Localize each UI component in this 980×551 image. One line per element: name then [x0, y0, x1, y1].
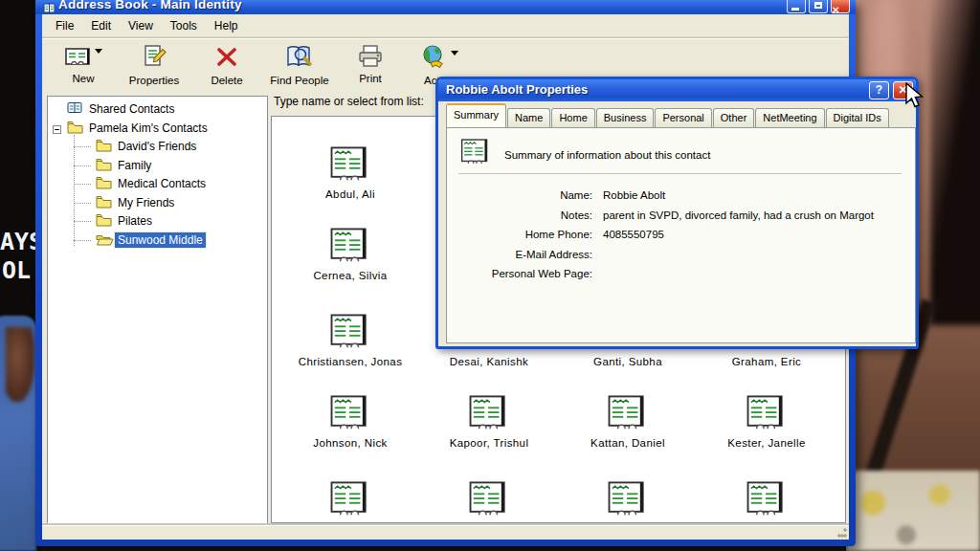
dialog-help-button[interactable]: ? [869, 81, 889, 99]
dropdown-arrow-icon[interactable] [95, 49, 102, 57]
menu-item-tools[interactable]: Tools [162, 17, 206, 34]
tree-item-label: David's Friends [115, 139, 199, 154]
maximize-button[interactable] [809, 0, 828, 13]
tab-netmeeting[interactable]: NetMeeting [755, 108, 824, 127]
tree-guide-line [74, 203, 91, 204]
window-titlebar[interactable]: Address Book - Main Identity ✕ [35, 0, 856, 14]
tab-home[interactable]: Home [551, 108, 594, 127]
toolbar-button-new[interactable]: New [56, 41, 111, 90]
folder-icon [96, 158, 112, 174]
close-icon: ✕ [832, 5, 839, 14]
contact-name-label: Christiansen, Jonas [278, 356, 422, 367]
background-fabric [846, 471, 980, 551]
tree-guide-line [74, 240, 91, 241]
action-icon [420, 44, 458, 71]
summary-divider [458, 173, 902, 174]
tab-personal[interactable]: Personal [655, 108, 711, 127]
contact-name-label: Ganti, Subha [556, 356, 700, 367]
address-book-app-icon [43, 1, 56, 14]
minimize-icon [791, 8, 799, 11]
tab-business[interactable]: Business [596, 108, 655, 127]
contact-properties-dialog: Robbie Abolt Properties ? ✕ SummaryNameH… [435, 77, 919, 349]
field-label: E-Mail Address: [447, 249, 592, 268]
field-value [592, 268, 603, 287]
field-row-name: Name:Robbie Abolt [447, 189, 911, 209]
dialog-title: Robbie Abolt Properties [446, 82, 588, 97]
dialog-close-button[interactable]: ✕ [893, 81, 913, 99]
contact-name-label: Kapoor, Trishul [417, 437, 561, 449]
contact-card-icon [330, 228, 370, 268]
background-text-line2: OL [2, 256, 31, 285]
field-row-personal-web-page: Personal Web Page: [447, 268, 911, 287]
contact-card-icon [469, 395, 509, 435]
find-people-icon [284, 44, 315, 71]
contact-name-label: Graham, Eric [695, 356, 838, 367]
tree-expander-minus-icon[interactable] [53, 123, 61, 137]
toolbar-button-label: Delete [198, 75, 256, 86]
contact-name-label: Cernea, Silvia [278, 270, 422, 281]
toolbar-button-label: Find People [257, 75, 342, 86]
tree-item-shared-contacts[interactable]: Shared Contacts [48, 100, 258, 118]
tree-item-pamela-kim-s-contacts[interactable]: Pamela Kim's Contacts [48, 120, 258, 137]
address-book-icon [67, 101, 82, 117]
tree-item-label: Shared Contacts [86, 101, 177, 117]
status-bar [42, 525, 849, 540]
background-hand [6, 327, 34, 402]
menu-bar: FileEditViewToolsHelp [42, 14, 849, 37]
contact-card-icon [330, 146, 370, 187]
contact-name-label: Johnson, Nick [278, 437, 422, 449]
tab-digital-ids[interactable]: Digital IDs [826, 108, 889, 127]
summary-caption: Summary of information about this contac… [504, 149, 710, 161]
folder-icon [96, 195, 112, 211]
tree-item-label: Medical Contacts [115, 176, 209, 191]
menu-item-edit[interactable]: Edit [82, 17, 120, 34]
tree-item-label: My Friends [115, 195, 177, 210]
field-row-notes: Notes:parent in SVPD, divorced family, h… [447, 209, 911, 229]
toolbar-button-delete[interactable]: Delete [197, 41, 256, 90]
field-value: Robbie Abolt [592, 189, 665, 209]
contact-name-label: Kattan, Daniel [556, 437, 700, 449]
tree-item-label: Pilates [115, 213, 155, 229]
folders-tree-panel: Shared ContactsPamela Kim's ContactsDavi… [47, 96, 268, 525]
print-icon [356, 44, 385, 71]
summary-tab-page: Summary of information about this contac… [446, 127, 916, 343]
background-hair [930, 0, 980, 325]
toolbar-button-find-people[interactable]: Find People [256, 41, 343, 90]
tab-summary[interactable]: Summary [446, 103, 506, 127]
folder-icon [96, 176, 112, 192]
new-contact-icon [64, 44, 102, 71]
menu-item-file[interactable]: File [47, 17, 82, 34]
contact-name-label: Desai, Kanishk [417, 356, 561, 367]
dialog-tab-strip: SummaryNameHomeBusinessPersonalOtherNetM… [446, 107, 890, 127]
contact-card-icon [460, 139, 491, 169]
minimize-button[interactable] [787, 0, 806, 13]
field-row-e-mail-address: E-Mail Address: [447, 249, 911, 268]
toolbar-button-label: Properties [112, 75, 196, 86]
menu-item-view[interactable]: View [120, 17, 162, 34]
tree-item-label: Sunwood Middle [115, 232, 206, 248]
contact-card-icon [469, 481, 509, 521]
field-value: parent in SVPD, divorced family, had a c… [592, 209, 874, 229]
tree-guide-line [74, 146, 91, 147]
tab-name[interactable]: Name [507, 108, 550, 127]
menu-item-help[interactable]: Help [206, 17, 247, 34]
folder-icon [67, 121, 83, 137]
folder-icon [96, 139, 112, 155]
tree-guide-line [74, 221, 91, 222]
dropdown-arrow-icon[interactable] [451, 51, 458, 59]
close-button[interactable]: ✕ [831, 0, 850, 13]
dialog-titlebar[interactable]: Robbie Abolt Properties ? ✕ [438, 79, 916, 101]
toolbar-button-print[interactable]: Print [343, 41, 398, 90]
toolbar-button-properties[interactable]: Properties [111, 41, 197, 90]
toolbar-button-label: Print [344, 73, 397, 84]
window-title: Address Book - Main Identity [58, 0, 242, 11]
tree-guide-line [74, 165, 91, 166]
folder-icon [96, 213, 112, 230]
field-row-home-phone: Home Phone:4085550795 [447, 229, 911, 248]
folder-open-icon [96, 232, 114, 249]
contact-card-icon [608, 395, 648, 435]
tab-other[interactable]: Other [713, 108, 755, 127]
resize-grip-icon[interactable] [837, 528, 847, 538]
tree-item-label: Pamela Kim's Contacts [86, 121, 211, 136]
delete-icon [213, 44, 240, 71]
